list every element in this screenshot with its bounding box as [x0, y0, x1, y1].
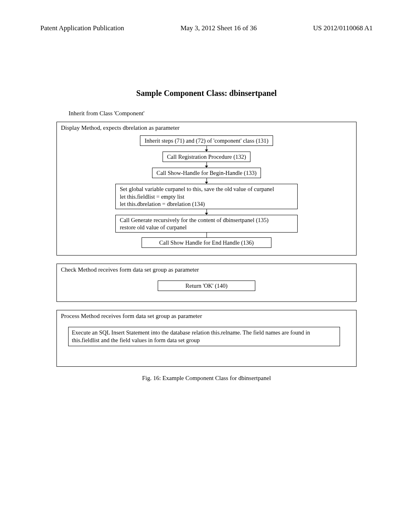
process-method-box: Process Method receives form data set gr… — [56, 310, 357, 367]
check-method-label: Check Method receives form data set grou… — [61, 266, 352, 273]
step-140: Return 'OK' (140) — [158, 281, 255, 291]
step-133: Call Show-Handle for Begin-Handle (133) — [152, 168, 261, 178]
arrow-icon — [205, 178, 208, 184]
page-header: Patent Application Publication May 3, 20… — [40, 24, 373, 32]
header-left: Patent Application Publication — [40, 24, 124, 32]
arrow-icon — [205, 209, 208, 215]
figure-caption: Fig. 16: Example Component Class for dbi… — [40, 375, 373, 382]
check-method-flow: Return 'OK' (140) — [61, 281, 352, 291]
figure-title: Sample Component Class: dbinsertpanel — [40, 89, 373, 98]
step-132: Call Registration Procedure (132) — [163, 152, 250, 162]
page: Patent Application Publication May 3, 20… — [0, 0, 413, 532]
display-method-flow: Inherit steps (71) and (72) of 'componen… — [61, 135, 352, 248]
arrow-icon — [205, 146, 208, 152]
header-center: May 3, 2012 Sheet 16 of 36 — [180, 24, 257, 32]
arrow-icon — [205, 162, 208, 168]
process-method-inner: Execute an SQL Insert Statement into the… — [68, 327, 340, 346]
display-method-box: Display Method, expects dbrelation as pa… — [56, 122, 357, 256]
inherit-statement: Inherit from Class 'Component' — [69, 110, 373, 117]
header-right: US 2012/0110068 A1 — [313, 24, 373, 32]
process-method-label: Process Method receives form data set gr… — [61, 313, 352, 320]
display-method-label: Display Method, expects dbrelation as pa… — [61, 125, 352, 131]
step-134: Set global variable curpanel to this, sa… — [115, 184, 298, 209]
connector-line — [206, 233, 207, 237]
check-method-box: Check Method receives form data set grou… — [56, 264, 357, 302]
step-131: Inherit steps (71) and (72) of 'componen… — [140, 135, 273, 146]
step-136: Call Show Handle for End Handle (136) — [142, 237, 271, 248]
step-135: Call Generate recursively for the conten… — [115, 215, 298, 233]
